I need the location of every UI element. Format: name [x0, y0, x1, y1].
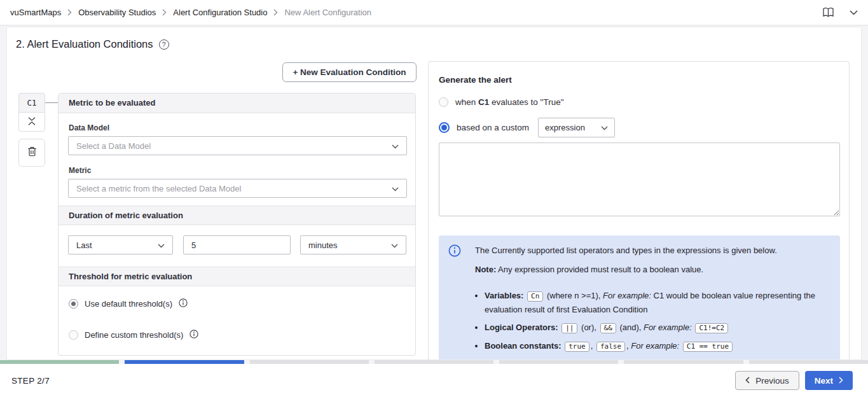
condition-connector-line — [45, 102, 58, 103]
expression-type-value: expression — [545, 123, 585, 132]
chevron-right-icon — [67, 9, 72, 16]
duration-unit-value: minutes — [308, 240, 338, 250]
data-model-placeholder: Select a Data Model — [76, 141, 151, 151]
metric-section-header: Metric to be evaluated — [59, 94, 415, 113]
help-bullet-logical-operators: Logical Operators: || (or), && (and), Fo… — [485, 321, 827, 335]
breadcrumb-item-observability-studios[interactable]: Observability Studios — [78, 8, 156, 17]
expression-help-infobox: The Currently supported list operators a… — [439, 235, 840, 360]
expression-type-select[interactable]: expression — [538, 118, 615, 137]
use-default-threshold-radio[interactable] — [69, 299, 78, 309]
duration-unit-select[interactable]: minutes — [300, 235, 406, 254]
chevron-down-icon — [392, 141, 399, 151]
collapse-vertical-icon — [28, 116, 36, 128]
duration-section-header: Duration of metric evaluation — [59, 205, 415, 225]
help-note-line: Note: Any expression provided must resul… — [475, 264, 827, 275]
alert-when-c1-label: when C1 evaluates to "True" — [455, 97, 563, 107]
delete-condition-button[interactable] — [18, 139, 45, 167]
breadcrumb-item-vusmartmaps[interactable]: vuSmartMaps — [10, 8, 61, 17]
help-intro-line: The Currently supported list operators a… — [475, 245, 827, 256]
duration-value-input[interactable] — [183, 235, 291, 254]
chevron-left-icon — [745, 376, 750, 386]
help-icon[interactable] — [159, 39, 169, 50]
help-bullet-variables: Variables: Cn (where n >=1), For example… — [485, 289, 827, 316]
page-title-row: 2. Alert Evaluation Conditions — [16, 38, 169, 50]
info-icon[interactable] — [179, 298, 188, 309]
expression-help-text: The Currently supported list operators a… — [475, 245, 827, 360]
info-icon[interactable] — [189, 330, 198, 340]
wizard-footer: STEP 2/7 Previous Next — [0, 364, 868, 397]
alert-custom-option: based on a custom expression — [439, 118, 615, 137]
chevron-down-icon — [392, 184, 399, 193]
breadcrumb-item-new-alert-configuration: New Alert Configuration — [284, 8, 371, 17]
evaluation-condition-card: Metric to be evaluated Data Model Select… — [58, 93, 416, 356]
breadcrumb: vuSmartMaps Observability Studios Alert … — [10, 8, 371, 17]
next-button[interactable]: Next — [805, 371, 853, 390]
define-custom-threshold-label: Define custom threshold(s) — [85, 330, 183, 340]
generate-alert-title: Generate the alert — [439, 75, 512, 85]
default-threshold-option: Use default threshold(s) — [69, 298, 188, 309]
custom-threshold-option: Define custom threshold(s) — [69, 330, 198, 340]
data-model-select[interactable]: Select a Data Model — [68, 136, 407, 155]
threshold-section-header: Threshold for metric evaluation — [59, 267, 415, 286]
chevron-down-icon — [158, 240, 165, 250]
step-indicator: STEP 2/7 — [11, 376, 50, 386]
alert-when-option: when C1 evaluates to "True" — [439, 97, 563, 107]
chevron-down-icon[interactable] — [850, 10, 858, 15]
duration-window-select[interactable]: Last — [68, 235, 173, 254]
topbar-actions — [822, 7, 858, 18]
page-title: 2. Alert Evaluation Conditions — [16, 38, 153, 50]
trash-icon — [27, 146, 37, 159]
alert-when-c1-radio[interactable] — [439, 97, 448, 107]
metric-label: Metric — [69, 166, 91, 175]
metric-placeholder: Select a metric from the selected Data M… — [76, 184, 241, 193]
chevron-right-icon — [273, 9, 278, 16]
footer-buttons: Previous Next — [735, 371, 853, 390]
chevron-down-icon — [391, 240, 398, 250]
help-bullet-boolean-constants: Boolean constants: true, false, For exam… — [485, 339, 827, 353]
chevron-right-icon — [162, 9, 167, 16]
condition-id-badge: C1 — [18, 93, 45, 113]
generate-alert-panel: Generate the alert when C1 evaluates to … — [428, 61, 850, 360]
alert-custom-label: based on a custom — [457, 123, 529, 132]
use-default-threshold-label: Use default threshold(s) — [85, 299, 172, 309]
info-icon — [448, 244, 461, 260]
collapse-condition-button[interactable] — [18, 112, 45, 132]
expression-textarea[interactable] — [439, 143, 840, 216]
duration-window-value: Last — [76, 240, 92, 250]
previous-button[interactable]: Previous — [735, 371, 799, 390]
help-bullet-list: Variables: Cn (where n >=1), For example… — [485, 289, 827, 360]
chevron-right-icon — [839, 376, 843, 386]
breadcrumb-item-alert-configuration-studio[interactable]: Alert Configuration Studio — [173, 8, 267, 17]
top-navigation-bar: vuSmartMaps Observability Studios Alert … — [0, 0, 868, 25]
new-evaluation-condition-button[interactable]: + New Evaluation Condition — [282, 62, 417, 82]
data-model-label: Data Model — [69, 123, 109, 132]
chevron-down-icon — [601, 123, 608, 132]
alert-evaluation-step-panel: 2. Alert Evaluation Conditions + New Eva… — [6, 27, 862, 360]
alert-custom-expression-radio[interactable] — [439, 122, 450, 133]
metric-select[interactable]: Select a metric from the selected Data M… — [68, 179, 407, 198]
define-custom-threshold-radio[interactable] — [69, 330, 78, 340]
book-icon[interactable] — [822, 7, 834, 18]
